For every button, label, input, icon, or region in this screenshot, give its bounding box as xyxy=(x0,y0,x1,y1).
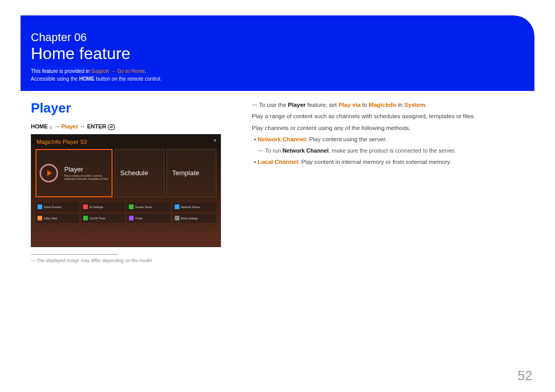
grid-label: ID Settings xyxy=(89,206,103,209)
page-container: Chapter 06 Home feature This feature is … xyxy=(21,15,534,273)
close-icon[interactable]: × xyxy=(213,138,216,143)
chapter-header: Chapter 06 Home feature This feature is … xyxy=(21,15,534,91)
bc-arrow-1: → xyxy=(54,123,61,129)
sub-note-network: To run Network Channel, make sure the pr… xyxy=(265,146,524,156)
grid-label: On/Off Timer xyxy=(89,217,105,220)
home-icon: ⌂ xyxy=(49,124,52,129)
id-settings-icon xyxy=(83,204,88,209)
magicinfo-link: MagicInfo xyxy=(369,102,397,108)
grid-label: More settings xyxy=(181,217,198,220)
bc-enter: ENTER xyxy=(87,123,106,129)
grid-label: Clone Product xyxy=(44,206,62,209)
main-tiles: Player Play a variety of content, such a… xyxy=(31,149,220,197)
grid-label: Video Wall xyxy=(44,217,57,220)
bc-player: Player xyxy=(61,123,78,129)
goto-home-link: Go to Home xyxy=(117,68,145,74)
grid-network-status[interactable]: Network Status xyxy=(173,202,216,212)
accessible-prefix: Accessible using the xyxy=(31,76,79,82)
home-button-label: HOME xyxy=(79,76,95,82)
note-player-feature: To use the Player feature, set Play via … xyxy=(252,100,524,109)
grid-video-wall[interactable]: Video Wall xyxy=(35,214,79,223)
t: To use the xyxy=(259,102,288,108)
accessible-suffix: button on the remote control. xyxy=(95,76,162,82)
dash-icon xyxy=(258,151,263,151)
ticker-icon xyxy=(129,216,134,220)
enter-icon: ⏎ xyxy=(108,124,115,130)
nav-breadcrumb: HOME ⌂ → Player → ENTER ⏎ xyxy=(31,123,236,130)
grid-screen-saver[interactable]: Screen Saver xyxy=(127,202,171,212)
support-link: Support xyxy=(91,68,109,74)
system-link: System xyxy=(404,102,425,108)
t-bold: Player xyxy=(288,102,306,108)
play-icon xyxy=(40,164,58,182)
chapter-title: Home feature xyxy=(31,44,524,63)
t: , make sure the product is connected to … xyxy=(329,147,456,154)
timer-icon xyxy=(83,216,88,220)
t-bold: Network Channel xyxy=(283,147,329,154)
support-suffix: . xyxy=(145,68,146,74)
grid-id-settings[interactable]: ID Settings xyxy=(81,202,125,212)
tile-schedule[interactable]: Schedule xyxy=(115,149,164,197)
left-column: Player HOME ⌂ → Player → ENTER ⏎ MagicIn… xyxy=(31,100,236,263)
content-area: Player HOME ⌂ → Player → ENTER ⏎ MagicIn… xyxy=(21,91,534,273)
t: in xyxy=(396,102,404,108)
grid-label: Network Status xyxy=(181,206,200,209)
bullet-network-channel: Network Channel: Play content using the … xyxy=(259,135,524,144)
more-settings-icon xyxy=(175,216,179,220)
grid-clone-product[interactable]: Clone Product xyxy=(35,202,79,212)
clone-product-icon xyxy=(38,204,42,209)
grid-onoff-timer[interactable]: On/Off Timer xyxy=(81,214,125,223)
t: To run xyxy=(265,147,283,154)
grid-more-settings[interactable]: More settings xyxy=(173,214,216,223)
bc-arrow-2: → xyxy=(78,123,87,129)
player-screenshot: MagicInfo Player S3 × Player Play a vari… xyxy=(31,134,221,247)
bullet-local-channel: Local Channel: Play content in internal … xyxy=(259,157,524,166)
bc-home: HOME xyxy=(31,123,48,129)
grid-label: Ticker xyxy=(135,217,143,220)
bullet-text: : Play content in internal memory or fro… xyxy=(298,159,451,165)
chapter-number: Chapter 06 xyxy=(31,31,524,44)
disclaimer-body: The displayed image may differ depending… xyxy=(36,258,153,263)
tile-player-label: Player xyxy=(64,165,112,173)
accessible-text: Accessible using the HOME button on the … xyxy=(31,76,524,82)
bullet-text: : Play content using the server. xyxy=(306,136,386,142)
tile-player[interactable]: Player Play a variety of content, such a… xyxy=(35,149,113,197)
network-channel-label: Network Channel xyxy=(257,136,306,142)
support-prefix: This feature is provided in xyxy=(31,68,91,74)
dash-icon xyxy=(252,105,257,105)
network-status-icon xyxy=(175,204,179,209)
play-via-link: Play via xyxy=(339,102,361,108)
support-path-text: This feature is provided in Support → Go… xyxy=(31,68,524,74)
t: feature, set xyxy=(306,102,339,108)
disclaimer-text: ― The displayed image may differ dependi… xyxy=(31,258,236,263)
settings-grid: Clone Product ID Settings Screen Saver N… xyxy=(31,197,220,227)
tile-template[interactable]: Template xyxy=(166,149,216,197)
tile-template-label: Template xyxy=(172,169,216,177)
desc-p1: Play a range of content such as channels… xyxy=(252,111,524,121)
video-wall-icon xyxy=(38,216,42,220)
app-title: MagicInfo Player S3 xyxy=(31,135,220,149)
support-arrow: → xyxy=(109,68,117,74)
screen-saver-icon xyxy=(129,204,134,209)
t: . xyxy=(425,102,427,108)
tile-player-sub: Play a variety of content, such as sched… xyxy=(64,174,112,180)
page-number: 52 xyxy=(517,368,532,384)
dash-icon: ― xyxy=(31,258,36,263)
t: to xyxy=(361,102,369,108)
local-channel-label: Local Channel xyxy=(257,159,298,165)
grid-ticker[interactable]: Ticker xyxy=(127,214,171,223)
right-column: To use the Player feature, set Play via … xyxy=(252,100,524,263)
desc-p2: Play channels or content using any of th… xyxy=(252,123,524,133)
section-title: Player xyxy=(31,100,236,116)
grid-label: Screen Saver xyxy=(135,206,152,209)
tile-schedule-label: Schedule xyxy=(120,169,164,177)
divider xyxy=(31,254,118,255)
